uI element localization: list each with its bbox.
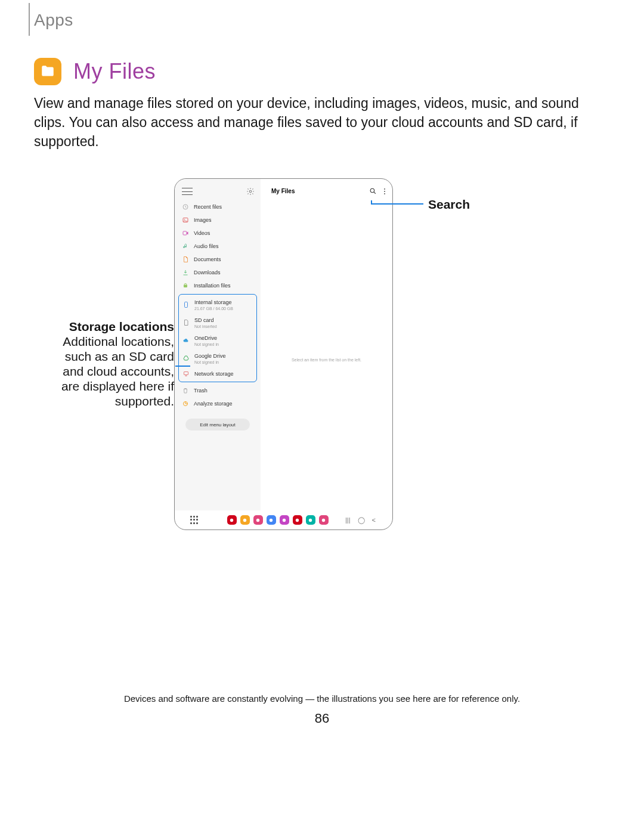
svg-point-0 — [249, 190, 252, 193]
sidebar-item[interactable]: Installation files — [175, 279, 261, 292]
sidebar-item[interactable]: SD cardNot inserted — [179, 314, 256, 332]
svg-point-13 — [256, 518, 259, 521]
svg-rect-6 — [185, 302, 188, 308]
taskbar-app-icon[interactable] — [293, 515, 302, 525]
svg-rect-7 — [184, 372, 188, 375]
svg-point-15 — [283, 518, 286, 521]
sidebar-item[interactable]: Internal storage21.67 GB / 64.00 GB — [179, 296, 256, 314]
sidebar-item[interactable]: Audio files — [175, 240, 261, 253]
more-options-icon[interactable] — [384, 188, 385, 194]
network-icon — [182, 370, 190, 377]
phone-icon — [182, 301, 190, 308]
taskbar-app-icons — [227, 515, 329, 525]
taskbar-app-icon[interactable] — [306, 515, 315, 525]
sidebar-item-label: Analyze storage — [194, 400, 233, 407]
files-sidebar: Recent filesImagesVideosAudio filesDocum… — [175, 179, 261, 510]
doc-icon — [182, 256, 189, 263]
storage-locations-group: Internal storage21.67 GB / 64.00 GBSD ca… — [178, 294, 257, 382]
taskbar-app-icon[interactable] — [240, 515, 250, 525]
svg-point-16 — [296, 518, 299, 521]
svg-point-18 — [322, 518, 325, 521]
audio-icon — [182, 243, 189, 250]
main-toolbar: My Files — [261, 179, 392, 200]
page-number: 86 — [0, 711, 644, 726]
sidebar-item-label: OneDrive — [194, 335, 219, 342]
download-icon — [182, 269, 189, 276]
sidebar-top — [175, 179, 261, 200]
sidebar-item-sublabel: Not signed in — [194, 342, 219, 346]
home-button-icon[interactable]: ◯ — [358, 516, 365, 524]
page-description: View and manage files stored on your dev… — [34, 94, 610, 151]
apk-icon — [182, 282, 189, 289]
folder-icon — [40, 64, 55, 79]
taskbar-app-icon[interactable] — [253, 515, 263, 525]
section-divider — [29, 3, 30, 36]
callout-storage: Storage locations Additional locations, … — [48, 320, 174, 408]
taskbar-app-icon[interactable] — [319, 515, 329, 525]
taskbar-app-icon[interactable] — [280, 515, 289, 525]
video-icon — [182, 230, 189, 237]
svg-point-11 — [230, 518, 233, 521]
sidebar-item[interactable]: Google DriveNot signed in — [179, 349, 256, 367]
sidebar-item-label: Downloads — [194, 269, 221, 276]
search-icon[interactable] — [369, 187, 377, 195]
callout-storage-body: Additional locations, such as an SD card… — [48, 334, 174, 408]
empty-state-hint: Select an item from the list on the left… — [261, 358, 392, 362]
svg-rect-4 — [183, 231, 187, 235]
sidebar-item-label: Google Drive — [194, 352, 226, 360]
title-row: My Files — [34, 58, 156, 85]
toolbar-actions — [369, 187, 385, 195]
sidebar-item-label: Audio files — [194, 243, 219, 250]
my-files-app-icon — [34, 58, 61, 85]
navigation-buttons: ||| ◯ < — [345, 516, 376, 524]
sidebar-item[interactable]: Recent files — [175, 200, 261, 213]
taskbar-app-icon[interactable] — [267, 515, 276, 525]
category-list: Recent filesImagesVideosAudio filesDocum… — [175, 200, 261, 292]
apps-grid-icon[interactable] — [190, 516, 199, 524]
sidebar-item-label: Videos — [194, 230, 210, 237]
section-heading: Apps — [34, 11, 73, 30]
clock-icon — [182, 203, 189, 210]
main-title: My Files — [271, 188, 295, 194]
device-mockup: Recent filesImagesVideosAudio filesDocum… — [174, 178, 393, 530]
recent-apps-icon[interactable]: ||| — [345, 516, 351, 524]
gdrive-icon — [182, 355, 190, 362]
sidebar-item[interactable]: Documents — [175, 253, 261, 266]
menu-icon[interactable] — [182, 188, 193, 195]
sidebar-item-label: Network storage — [194, 370, 234, 377]
sidebar-item[interactable]: Network storage — [179, 367, 256, 380]
sd-icon — [182, 319, 190, 326]
edit-menu-layout-button[interactable]: Edit menu layout — [185, 419, 250, 431]
sidebar-item-sublabel: 21.67 GB / 64.00 GB — [194, 306, 233, 311]
sidebar-item[interactable]: OneDriveNot signed in — [179, 332, 256, 349]
callout-search-label: Search — [428, 197, 470, 212]
image-icon — [182, 216, 189, 224]
svg-rect-5 — [184, 285, 187, 288]
svg-point-9 — [370, 188, 374, 193]
analyze-icon — [182, 400, 189, 407]
sidebar-item-label: Recent files — [194, 203, 222, 210]
sidebar-item-label: Internal storage — [194, 299, 233, 306]
sidebar-item[interactable]: Trash — [175, 384, 261, 397]
svg-point-14 — [270, 518, 273, 521]
sidebar-item[interactable]: Analyze storage — [175, 397, 261, 410]
device-taskbar: ||| ◯ < — [175, 510, 392, 529]
sidebar-item-sublabel: Not signed in — [194, 360, 226, 364]
document-page: Apps My Files View and manage files stor… — [0, 0, 644, 833]
sidebar-item[interactable]: Videos — [175, 227, 261, 240]
settings-icon[interactable] — [246, 187, 255, 196]
page-title: My Files — [73, 59, 156, 84]
cloud-icon — [182, 337, 190, 344]
sidebar-item-label: Trash — [194, 387, 208, 394]
back-button-icon[interactable]: < — [372, 516, 376, 524]
sidebar-item-label: Installation files — [194, 282, 231, 289]
sidebar-item[interactable]: Images — [175, 213, 261, 227]
taskbar-app-icon[interactable] — [227, 515, 237, 525]
sidebar-item-label: SD card — [194, 317, 217, 324]
sidebar-item[interactable]: Downloads — [175, 266, 261, 279]
sidebar-footer-list: TrashAnalyze storage — [175, 384, 261, 410]
svg-point-12 — [243, 518, 246, 521]
svg-point-3 — [184, 219, 185, 220]
svg-point-17 — [309, 518, 312, 521]
footer-note: Devices and software are constantly evol… — [0, 693, 644, 704]
